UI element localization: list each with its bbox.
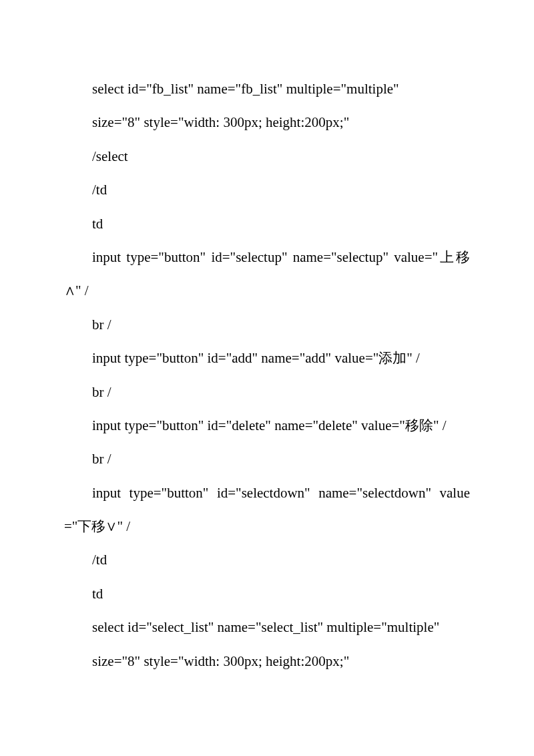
code-line-10: input type="button" id="delete" name="de…	[64, 409, 470, 442]
code-line-9: br /	[64, 375, 470, 409]
code-line-16: size="8" style="width: 300px; height:200…	[64, 644, 470, 678]
code-line-11: br /	[64, 442, 470, 476]
code-line-1: select id="fb_list" name="fb_list" multi…	[64, 72, 470, 106]
code-line-14: td	[64, 577, 470, 610]
code-line-3: /select	[64, 140, 470, 173]
code-line-4: /td	[64, 173, 470, 206]
code-line-13: /td	[64, 543, 470, 576]
code-line-12: input type="button" id="selectdown" name…	[64, 476, 470, 544]
code-line-15: select id="select_list" name="select_lis…	[64, 610, 470, 644]
code-line-2: size="8" style="width: 300px; height:200…	[64, 106, 470, 139]
code-line-8: input type="button" id="add" name="add" …	[64, 341, 470, 375]
code-line-7: br /	[64, 308, 470, 341]
code-line-5: td	[64, 207, 470, 240]
page: select id="fb_list" name="fb_list" multi…	[0, 0, 534, 756]
code-line-6: input type="button" id="selectup" name="…	[64, 240, 470, 308]
